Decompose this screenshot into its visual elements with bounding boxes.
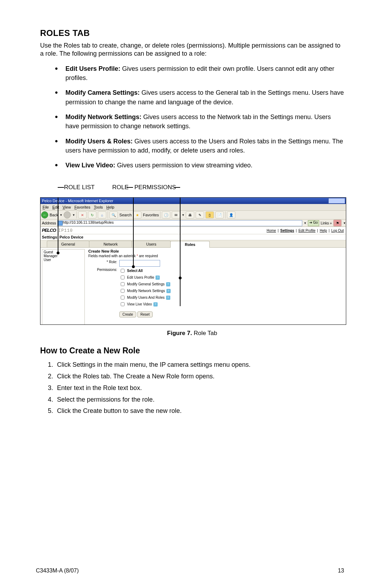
role-list-item[interactable]: Manager bbox=[44, 254, 83, 258]
help-icon[interactable]: ? bbox=[156, 276, 160, 280]
list-item: Modify Network Settings: Gives users acc… bbox=[55, 111, 344, 131]
nav-home[interactable]: Home bbox=[267, 229, 276, 233]
tab-network[interactable]: Network bbox=[89, 241, 132, 247]
window-titlebar: Pelco Device - Microsoft Internet Explor… bbox=[40, 198, 346, 204]
footer-docid: C3433M-A (8/07) bbox=[36, 568, 79, 574]
home-icon[interactable]: ⌂ bbox=[98, 211, 106, 218]
list-item: Modify Users & Roles: Gives users access… bbox=[55, 136, 344, 155]
step-item: Click the Roles tab. The Create a New Ro… bbox=[55, 371, 344, 382]
history-icon[interactable]: 🕓 bbox=[162, 211, 170, 218]
permissions-label: Permissions: bbox=[88, 268, 119, 272]
device-model: IP110 bbox=[58, 228, 73, 233]
figure-caption: Figure 7. Role Tab bbox=[40, 330, 344, 337]
roles-tab-body: Guest Manager User Create New Role Field… bbox=[40, 248, 346, 325]
role-list[interactable]: Guest Manager User bbox=[42, 249, 85, 325]
address-label: Address bbox=[42, 221, 56, 225]
role-list-item[interactable]: Guest bbox=[44, 250, 83, 254]
tab-users[interactable]: Users bbox=[132, 241, 171, 247]
menu-favorites[interactable]: Favorites bbox=[74, 205, 90, 209]
list-item: View Live Video: Gives users permission … bbox=[55, 160, 344, 171]
app-top-nav: Home | Settings | Edit Profile | Help | … bbox=[266, 229, 344, 233]
section-heading: ROLES TAB bbox=[40, 28, 344, 38]
perm-modify-network[interactable]: Modify Network Settings ? bbox=[119, 288, 171, 294]
page-footer: C3433M-A (8/07) 13 bbox=[36, 568, 344, 574]
addon-icon[interactable]: ⚑ bbox=[333, 219, 342, 227]
perm-view-live-video[interactable]: View Live Video ? bbox=[119, 301, 171, 307]
form-required-note: Fields marked with an asterisk * are req… bbox=[88, 254, 344, 258]
annot-role: ROLE bbox=[112, 184, 128, 191]
perm-modify-users-roles[interactable]: Modify Users And Roles ? bbox=[119, 295, 171, 301]
help-icon[interactable]: ? bbox=[166, 282, 170, 286]
mail-icon[interactable]: ✉ bbox=[172, 211, 180, 218]
search-label: Search bbox=[119, 213, 132, 217]
permissions-checkbox-group: Select All Edit Users Profile ? Modify G… bbox=[119, 268, 171, 307]
window-control-buttons[interactable] bbox=[328, 198, 345, 204]
help-icon[interactable]: ? bbox=[166, 289, 171, 293]
step-item: Click Settings in the main menu, the IP … bbox=[55, 360, 344, 370]
step-item: Select the permissions for the role. bbox=[55, 395, 344, 405]
app-header: PELCO IP110 Home | Settings | Edit Profi… bbox=[40, 227, 346, 234]
list-item: Modify Camera Settings: Gives users acce… bbox=[55, 87, 344, 106]
messenger-icon[interactable]: 👤 bbox=[227, 211, 235, 218]
annot-permissions: PERMISSIONS bbox=[134, 184, 176, 191]
discuss-icon[interactable]: 📄 bbox=[215, 211, 224, 218]
folder-icon[interactable]: ▯ bbox=[205, 211, 214, 218]
back-button[interactable]: ← bbox=[41, 211, 48, 218]
perm-modify-general[interactable]: Modify General Settings ? bbox=[119, 281, 171, 287]
permissions-bullet-list: Edit Users Profile: Gives users permissi… bbox=[40, 63, 344, 171]
pelco-logo: PELCO bbox=[42, 228, 56, 233]
address-bar: Address http://10.106.11.138/setup/Roles… bbox=[40, 219, 346, 227]
role-name-input[interactable] bbox=[119, 260, 160, 267]
refresh-icon[interactable]: ↻ bbox=[88, 211, 96, 218]
links-label[interactable]: Links » bbox=[321, 221, 332, 225]
howto-steps: Click Settings in the main menu, the IP … bbox=[40, 360, 344, 416]
browser-toolbar: ← Back ▼ ▼ ✕ ↻ ⌂ 🔍 Search ★ Favorites 🕓 … bbox=[40, 211, 346, 219]
role-list-item[interactable]: User bbox=[44, 258, 83, 262]
edit-icon[interactable]: ✎ bbox=[196, 211, 204, 218]
menu-file[interactable]: File bbox=[43, 205, 49, 209]
annot-role-list: ROLE LIST bbox=[64, 184, 95, 191]
list-item: Edit Users Profile: Gives users permissi… bbox=[55, 63, 344, 82]
nav-help[interactable]: Help bbox=[320, 229, 327, 233]
search-icon[interactable]: 🔍 bbox=[109, 211, 118, 218]
tab-general[interactable]: General bbox=[47, 241, 89, 247]
go-button[interactable]: ➔ Go bbox=[308, 220, 319, 226]
menu-view[interactable]: View bbox=[63, 205, 71, 209]
figure-browser-window: Pelco Device - Microsoft Internet Explor… bbox=[40, 197, 346, 325]
settings-title: Settings: Pelco Device bbox=[40, 234, 346, 240]
figure-annotations: ROLE LIST ROLE PERMISSIONS bbox=[40, 184, 344, 198]
browser-menubar[interactable]: File Edit View Favorites Tools Help bbox=[40, 204, 346, 211]
window-title: Pelco Device - Microsoft Internet Explor… bbox=[42, 199, 113, 203]
favorites-label: Favorites bbox=[143, 213, 159, 217]
create-button[interactable]: Create bbox=[119, 311, 136, 317]
perm-edit-users-profile[interactable]: Edit Users Profile ? bbox=[119, 274, 171, 280]
form-heading: Create New Role bbox=[88, 249, 344, 253]
menu-help[interactable]: Help bbox=[106, 205, 114, 209]
role-field-label: * Role: bbox=[107, 260, 117, 264]
help-icon[interactable]: ? bbox=[166, 296, 170, 300]
print-icon[interactable]: 🖶 bbox=[186, 211, 194, 218]
tab-roles[interactable]: Roles bbox=[170, 241, 210, 248]
create-role-form: Create New Role Fields marked with an as… bbox=[86, 248, 346, 325]
forward-button[interactable] bbox=[64, 211, 71, 218]
nav-settings[interactable]: Settings bbox=[280, 229, 294, 233]
settings-tabstrip: General Network Users Roles bbox=[40, 240, 346, 248]
step-item: Click the Create button to save the new … bbox=[55, 406, 344, 416]
step-item: Enter text in the Role text box. bbox=[55, 383, 344, 393]
stop-icon[interactable]: ✕ bbox=[78, 211, 87, 218]
perm-select-all[interactable]: Select All bbox=[119, 268, 171, 274]
nav-edit-profile[interactable]: Edit Profile bbox=[298, 229, 315, 233]
intro-paragraph: Use the Roles tab to create, change, or … bbox=[40, 42, 344, 58]
howto-heading: How to Create a New Role bbox=[40, 346, 344, 355]
footer-page-number: 13 bbox=[338, 568, 344, 574]
nav-logout[interactable]: Log Out bbox=[331, 229, 344, 233]
reset-button[interactable]: Reset bbox=[137, 311, 153, 317]
back-label: Back bbox=[50, 213, 58, 217]
menu-tools[interactable]: Tools bbox=[94, 205, 103, 209]
favorites-icon[interactable]: ★ bbox=[133, 211, 141, 218]
help-icon[interactable]: ? bbox=[153, 302, 158, 307]
